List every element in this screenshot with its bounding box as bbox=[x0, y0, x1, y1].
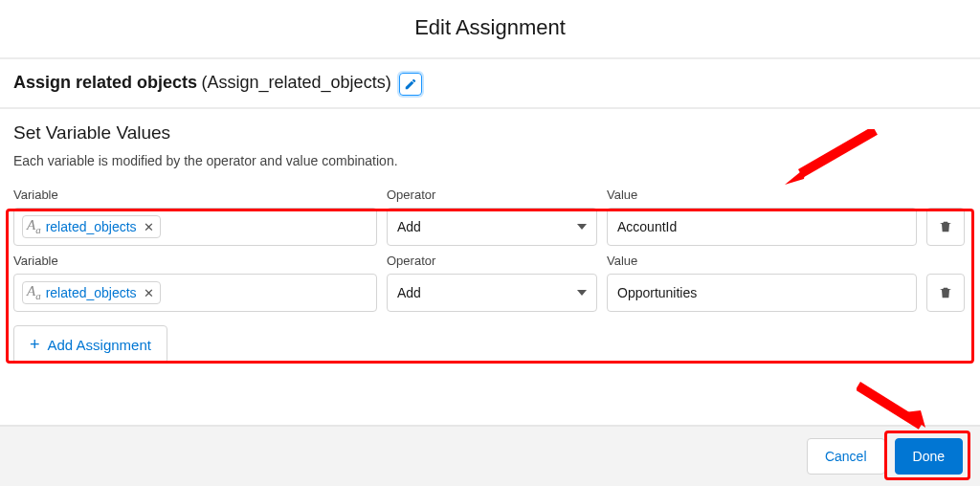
operator-value: Add bbox=[397, 285, 421, 300]
trash-icon bbox=[938, 285, 953, 300]
column-label-value: Value bbox=[607, 188, 917, 202]
operator-value: Add bbox=[397, 219, 421, 234]
variable-name: related_objects bbox=[46, 219, 137, 234]
modal-header: Edit Assignment bbox=[0, 0, 980, 59]
element-api-name: (Assign_related_objects) bbox=[202, 73, 391, 92]
value-text: AccountId bbox=[617, 219, 677, 234]
svg-rect-3 bbox=[857, 382, 924, 430]
modal-title: Edit Assignment bbox=[0, 15, 980, 40]
column-label-operator: Operator bbox=[387, 254, 597, 268]
variable-pill[interactable]: Aa related_objects ✕ bbox=[22, 281, 161, 304]
remove-pill-icon[interactable]: ✕ bbox=[144, 286, 154, 300]
element-label-bar: Assign related objects (Assign_related_o… bbox=[0, 59, 980, 109]
edit-label-button[interactable] bbox=[399, 73, 422, 96]
section-title: Set Variable Values bbox=[13, 122, 967, 144]
value-text: Opportunities bbox=[617, 285, 697, 300]
variable-pill[interactable]: Aa related_objects ✕ bbox=[22, 215, 161, 238]
column-label-value: Value bbox=[607, 254, 917, 268]
done-button[interactable]: Done bbox=[895, 438, 963, 475]
operator-select[interactable]: Add bbox=[387, 274, 597, 312]
assignment-row: Aa related_objects ✕ Add AccountId bbox=[13, 208, 967, 246]
add-assignment-button[interactable]: + Add Assignment bbox=[13, 325, 167, 364]
column-label-operator: Operator bbox=[387, 188, 597, 202]
section-header: Set Variable Values bbox=[0, 109, 980, 147]
plus-icon: + bbox=[30, 336, 40, 353]
column-label-variable: Variable bbox=[13, 188, 377, 202]
variable-input[interactable]: Aa related_objects ✕ bbox=[13, 274, 377, 312]
trash-icon bbox=[938, 219, 953, 234]
text-variable-icon: Aa bbox=[27, 218, 41, 235]
assignment-rows: Variable Operator Value Aa related_objec… bbox=[0, 188, 980, 312]
value-input[interactable]: AccountId bbox=[607, 208, 917, 246]
variable-name: related_objects bbox=[46, 285, 137, 300]
remove-pill-icon[interactable]: ✕ bbox=[144, 220, 154, 234]
delete-row-button[interactable] bbox=[926, 274, 965, 312]
section-description: Each variable is modified by the operato… bbox=[0, 147, 980, 182]
modal-footer: Cancel Done bbox=[0, 425, 980, 486]
column-label-variable: Variable bbox=[13, 254, 377, 268]
add-assignment-label: Add Assignment bbox=[48, 337, 151, 353]
cancel-button[interactable]: Cancel bbox=[807, 438, 885, 475]
operator-select[interactable]: Add bbox=[387, 208, 597, 246]
value-input[interactable]: Opportunities bbox=[607, 274, 917, 312]
chevron-down-icon bbox=[577, 224, 587, 230]
element-label: Assign related objects bbox=[13, 73, 197, 92]
assignment-row: Aa related_objects ✕ Add Opportunities bbox=[13, 274, 967, 312]
delete-row-button[interactable] bbox=[926, 208, 965, 246]
chevron-down-icon bbox=[577, 290, 587, 296]
variable-input[interactable]: Aa related_objects ✕ bbox=[13, 208, 377, 246]
text-variable-icon: Aa bbox=[27, 284, 41, 301]
pencil-icon bbox=[404, 77, 417, 91]
